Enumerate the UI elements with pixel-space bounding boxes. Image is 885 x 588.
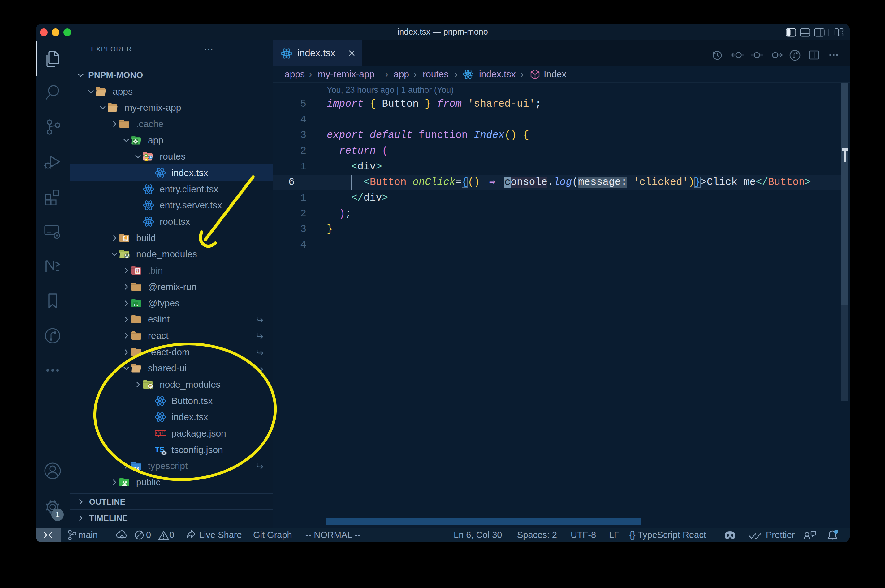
svg-text:TS: TS [134, 466, 138, 471]
svg-text:TS: TS [133, 303, 138, 307]
svg-text:JS: JS [125, 254, 129, 258]
svg-text:TS: TS [155, 445, 165, 454]
svg-text:JS: JS [149, 385, 152, 388]
svg-text:10: 10 [136, 271, 139, 274]
